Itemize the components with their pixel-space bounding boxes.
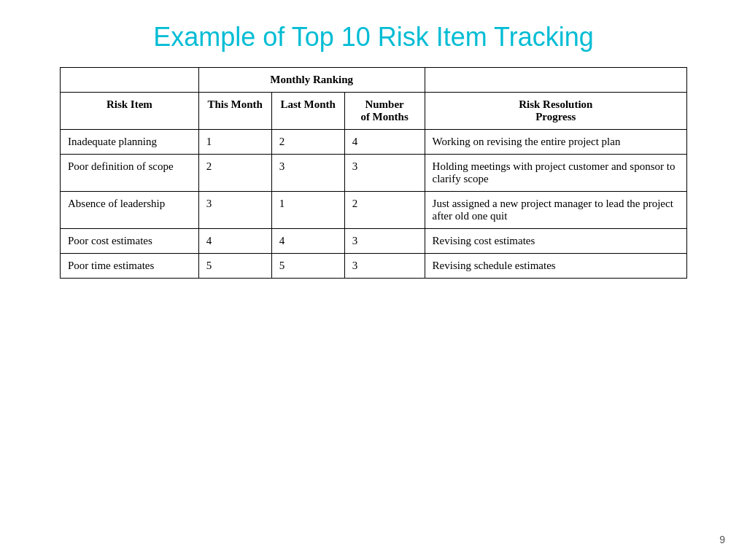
table-row: Poor time estimates553Revising schedule … [61, 254, 687, 279]
cell-risk-item: Poor time estimates [61, 254, 199, 279]
header-resolution-empty [425, 68, 686, 93]
this-month-label: This Month [208, 98, 263, 110]
cell-risk-item: Poor cost estimates [61, 229, 199, 254]
cell-risk-item: Poor definition of scope [61, 155, 199, 192]
cell-number-months: 3 [344, 155, 425, 192]
cell-resolution: Revising cost estimates [425, 229, 686, 254]
table-row: Poor cost estimates443Revising cost esti… [61, 229, 687, 254]
cell-resolution: Revising schedule estimates [425, 254, 686, 279]
cell-this-month: 3 [198, 192, 271, 229]
table-container: Monthly Ranking Risk Item This Month Las… [60, 67, 687, 279]
cell-risk-item: Inadequate planning [61, 130, 199, 155]
header-risk-resolution: Risk ResolutionProgress [425, 93, 686, 130]
monthly-ranking-header: Monthly Ranking [198, 68, 425, 93]
risk-tracking-table: Monthly Ranking Risk Item This Month Las… [60, 67, 687, 279]
cell-number-months: 2 [344, 192, 425, 229]
cell-last-month: 3 [271, 155, 344, 192]
header-empty-cell [61, 68, 199, 93]
cell-resolution: Working on revising the entire project p… [425, 130, 686, 155]
table-row: Absence of leadership312Just assigned a … [61, 192, 687, 229]
header-this-month: This Month [198, 93, 271, 130]
header-number-months: Numberof Months [344, 93, 425, 130]
page-title: Example of Top 10 Risk Item Tracking [153, 22, 594, 52]
cell-number-months: 3 [344, 229, 425, 254]
header-last-month: Last Month [271, 93, 344, 130]
cell-this-month: 5 [198, 254, 271, 279]
cell-resolution: Holding meetings with project customer a… [425, 155, 686, 192]
last-month-label: Last Month [280, 98, 335, 110]
cell-resolution: Just assigned a new project manager to l… [425, 192, 686, 229]
cell-number-months: 4 [344, 130, 425, 155]
cell-this-month: 4 [198, 229, 271, 254]
cell-risk-item: Absence of leadership [61, 192, 199, 229]
cell-this-month: 1 [198, 130, 271, 155]
cell-this-month: 2 [198, 155, 271, 192]
cell-last-month: 2 [271, 130, 344, 155]
table-row: Inadequate planning124Working on revisin… [61, 130, 687, 155]
page-number: 9 [719, 534, 725, 545]
table-row: Poor definition of scope233Holding meeti… [61, 155, 687, 192]
header-risk-item: Risk Item [61, 93, 199, 130]
cell-last-month: 4 [271, 229, 344, 254]
cell-number-months: 3 [344, 254, 425, 279]
cell-last-month: 5 [271, 254, 344, 279]
cell-last-month: 1 [271, 192, 344, 229]
